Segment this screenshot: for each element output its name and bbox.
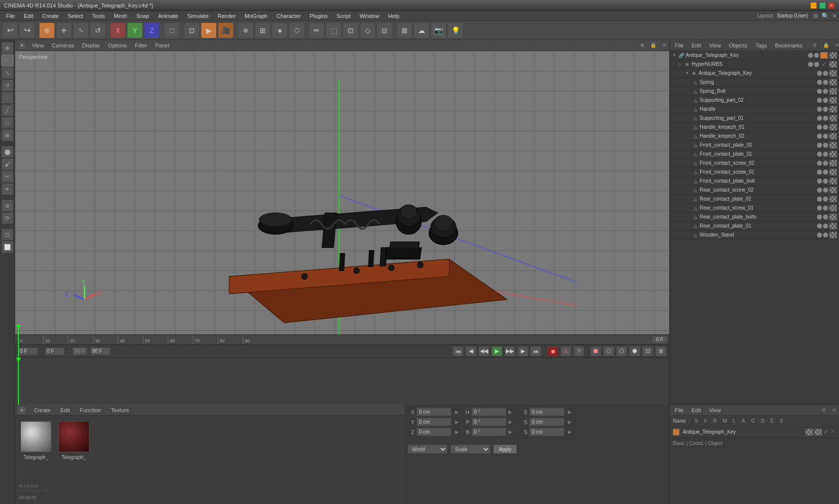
om-settings-icon[interactable]: ⚙ <box>813 42 817 48</box>
rotate-button[interactable]: ↺ <box>90 22 106 38</box>
minimize-button[interactable]: _ <box>810 2 817 9</box>
obj-rcs01[interactable]: △ Rear_contact_screw_01 <box>670 204 839 213</box>
scale-button[interactable]: ⤡ <box>73 22 89 38</box>
tool-move[interactable]: ↔ <box>1 54 13 66</box>
record-button[interactable]: ⏺ <box>547 346 558 356</box>
object-properties-button[interactable]: ⊞ <box>255 22 271 38</box>
vp-lock-icon[interactable]: 🔒 <box>650 42 656 48</box>
om-menu-edit[interactable]: Edit <box>690 41 703 49</box>
last-frame-button[interactable]: ⏭ <box>530 346 541 356</box>
prev-frame-button[interactable]: ◀ <box>465 346 476 356</box>
mograph-button[interactable]: ⬡ <box>289 22 305 38</box>
vp-menu-filter[interactable]: Filter <box>133 41 149 49</box>
p-rot-input[interactable] <box>471 418 506 426</box>
bevel-button[interactable]: ◇ <box>360 22 376 38</box>
om-bot-settings-icon[interactable]: ⚙ <box>822 407 826 413</box>
undo-button[interactable]: ↩ <box>2 22 18 38</box>
obj-fcs02[interactable]: △ Front_contact_screw_02 <box>670 159 839 168</box>
menu-mesh[interactable]: Mesh <box>110 12 131 20</box>
menu-window[interactable]: Window <box>356 12 383 20</box>
viewport-menu-icon[interactable]: ≡ <box>18 41 26 49</box>
mat-menu-create[interactable]: Create <box>32 406 52 414</box>
obj-rcp02[interactable]: △ Rear_contact_plate_02 <box>670 195 839 204</box>
menu-create[interactable]: Create <box>38 12 63 20</box>
tool-rotate[interactable]: ↺ <box>1 79 13 91</box>
close-button[interactable]: ✕ <box>828 2 835 9</box>
menu-simulate[interactable]: Simulate <box>183 12 213 20</box>
menu-plugins[interactable]: Plugins <box>306 12 332 20</box>
om-menu-objects[interactable]: Objects <box>727 41 749 49</box>
obj-supporting-01[interactable]: △ Supporting_part_01 <box>670 114 839 123</box>
render-button[interactable]: ▶ <box>201 22 217 38</box>
bridge-button[interactable]: ⊟ <box>377 22 393 38</box>
menu-render[interactable]: Render <box>214 12 240 20</box>
maximize-button[interactable]: □ <box>819 2 826 9</box>
size-z-input[interactable] <box>529 428 564 436</box>
tool-paint[interactable]: 🖌 <box>1 158 13 170</box>
om-bot-file[interactable]: File <box>673 406 686 414</box>
size-x-input[interactable] <box>529 408 564 416</box>
tool-select[interactable]: ⊕ <box>1 42 13 54</box>
menu-script[interactable]: Script <box>333 12 355 20</box>
tool-scale[interactable]: ⤡ <box>1 67 13 79</box>
current-frame-input[interactable] <box>18 347 38 355</box>
obj-spring[interactable]: △ Spring <box>670 78 839 87</box>
tool-knife[interactable]: ✂ <box>1 171 13 183</box>
frame-end-input[interactable] <box>90 347 110 355</box>
vp-menu-display[interactable]: Display <box>80 41 102 49</box>
tool-polygons[interactable]: □ <box>1 117 13 129</box>
motion-track-button[interactable]: ? <box>573 346 584 356</box>
null-object-button[interactable]: ⊕ <box>238 22 254 38</box>
auto-key-button[interactable]: ⚠ <box>560 346 571 356</box>
obj-fcpb[interactable]: △ Front_contact_plate_bolt <box>670 177 839 186</box>
material-swatch-2[interactable]: Telegraph_ <box>58 421 90 460</box>
tool-edges[interactable]: ╱ <box>1 104 13 116</box>
om-bot-view[interactable]: View <box>707 406 723 414</box>
obj-handle[interactable]: △ Handle <box>670 105 839 114</box>
search-icon[interactable]: 🔍 <box>822 12 829 19</box>
menu-snap[interactable]: Snap <box>132 12 153 20</box>
move-button[interactable]: ✛ <box>56 22 72 38</box>
obj-supporting-02[interactable]: △ Supporting_part_02 <box>670 96 839 105</box>
render-to-picture-viewer[interactable]: 🎥 <box>218 22 234 38</box>
loop-cut-button[interactable]: ⊡ <box>343 22 359 38</box>
mat-menu-texture[interactable]: Texture <box>109 406 131 414</box>
frame-end-field[interactable]: 90 F <box>72 347 87 355</box>
object-button[interactable]: □ <box>164 22 180 38</box>
om-menu-file[interactable]: File <box>673 41 686 49</box>
x-pos-input[interactable] <box>417 408 451 416</box>
material-swatch-1[interactable]: Telegraph_ <box>20 421 52 460</box>
vp-menu-options[interactable]: Options <box>106 41 129 49</box>
redo-button[interactable]: ↪ <box>19 22 35 38</box>
om-bot-edit[interactable]: Edit <box>690 406 703 414</box>
select-live-button[interactable]: ⊕ <box>39 22 55 38</box>
sky-button[interactable]: ☁ <box>414 22 429 38</box>
obj-atk[interactable]: ▼ ⊕ Antique_Telegraph_Key <box>670 69 839 78</box>
first-frame-button[interactable]: ⏮ <box>452 346 463 356</box>
render-region-button[interactable]: ⊡ <box>184 22 200 38</box>
menu-mograph[interactable]: MoGraph <box>241 12 272 20</box>
vp-menu-cameras[interactable]: Cameras <box>50 41 76 49</box>
om-menu-tags[interactable]: Tags <box>754 41 769 49</box>
tool-points[interactable]: · <box>1 92 13 104</box>
tool-shear[interactable]: ⊡ <box>1 229 13 241</box>
obj-rcp01[interactable]: △ Rear_contact_plate_01 <box>670 222 839 231</box>
menu-tools[interactable]: Tools <box>88 12 109 20</box>
menu-file[interactable]: File <box>2 12 19 20</box>
menu-animate[interactable]: Animate <box>154 12 182 20</box>
obj-rcs02[interactable]: △ Rear_contact_screw_02 <box>670 186 839 195</box>
extrude-button[interactable]: ⬚ <box>326 22 342 38</box>
space-dropdown[interactable]: World Object Global <box>408 445 447 454</box>
tool-weld[interactable]: ⚭ <box>1 183 13 195</box>
menu-help[interactable]: Help <box>384 12 404 20</box>
y-pos-input[interactable] <box>417 418 451 426</box>
play-forward-button[interactable]: ▶▶ <box>504 346 515 356</box>
obj-root[interactable]: ▼ 🔗 Antique_Telegraph_Key <box>670 51 839 60</box>
mat-menu-edit[interactable]: Edit <box>58 406 72 414</box>
tool-magnet[interactable]: ⊛ <box>1 200 13 212</box>
vp-menu-panel[interactable]: Panel <box>153 41 171 49</box>
tool-brush[interactable]: ⬤ <box>1 146 13 158</box>
camera-button[interactable]: 📷 <box>430 22 446 38</box>
polygon-pen-button[interactable]: ✏ <box>309 22 325 38</box>
key-remove-button[interactable]: ⬠ <box>603 346 614 356</box>
